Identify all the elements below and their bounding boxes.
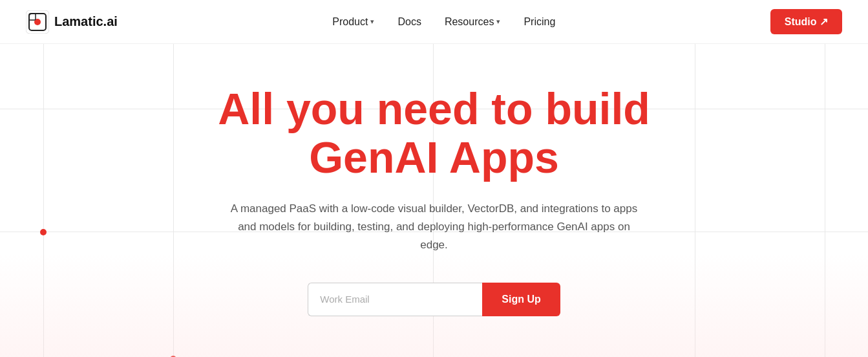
resources-chevron-icon: ▾ [496, 17, 500, 26]
cta-row: Sign Up [218, 283, 650, 316]
hero-title: All you need to build GenAI Apps [218, 85, 650, 182]
navbar: Lamatic.ai Product ▾ Docs Resources ▾ Pr… [0, 0, 868, 44]
hero-section: All you need to build GenAI Apps A manag… [0, 44, 868, 357]
grid-line [825, 44, 825, 357]
grid-line [173, 44, 174, 357]
nav-right: Studio ↗ [770, 9, 842, 34]
logo-icon [26, 10, 49, 34]
nav-resources[interactable]: Resources ▾ [445, 16, 500, 28]
accent-dot [40, 229, 47, 235]
signup-button[interactable]: Sign Up [482, 283, 560, 316]
logo-text: Lamatic.ai [54, 14, 118, 29]
hero-content: All you need to build GenAI Apps A manag… [218, 85, 650, 316]
grid-line [695, 44, 695, 357]
logo[interactable]: Lamatic.ai [26, 10, 118, 34]
studio-button[interactable]: Studio ↗ [770, 9, 842, 34]
product-chevron-icon: ▾ [370, 17, 374, 26]
hero-subtitle: A managed PaaS with a low-code visual bu… [228, 200, 641, 254]
nav-product[interactable]: Product ▾ [332, 16, 374, 28]
nav-links: Product ▾ Docs Resources ▾ Pricing [332, 16, 555, 28]
nav-docs[interactable]: Docs [397, 16, 421, 28]
grid-line [43, 44, 44, 357]
email-input[interactable] [308, 283, 482, 316]
nav-pricing[interactable]: Pricing [524, 16, 555, 28]
